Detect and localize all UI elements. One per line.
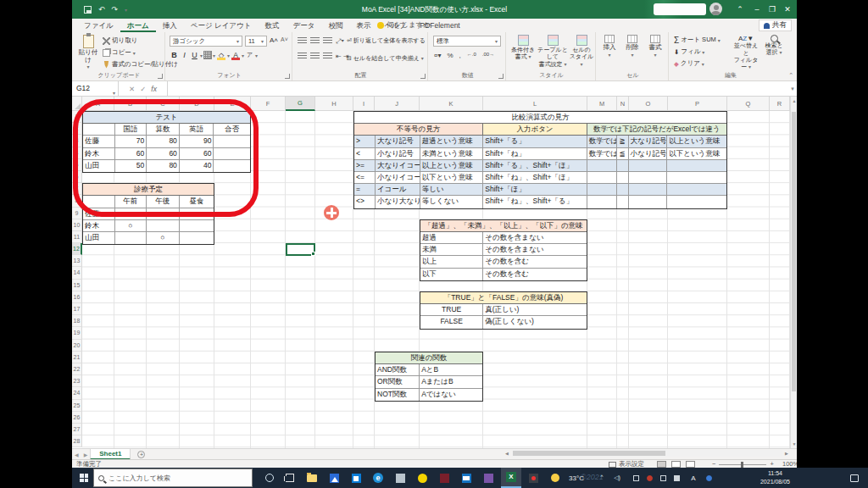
display-settings-button[interactable]: 表示設定 (609, 460, 644, 468)
minimize-button[interactable]: – (750, 0, 764, 19)
cell-chushoku[interactable] (180, 220, 214, 232)
cell-meaning[interactable]: 未満という意味 (420, 148, 484, 160)
cell-styles-button[interactable]: セルのスタイル ▾ (568, 35, 595, 68)
new-sheet-icon[interactable]: + (137, 451, 145, 458)
row-header[interactable]: 27 (72, 424, 82, 435)
row-header[interactable]: 22 (72, 363, 82, 375)
insert-cells-button[interactable]: 挿入▾ (598, 35, 620, 58)
borders-button[interactable] (203, 51, 212, 59)
row-header[interactable]: 26 (72, 412, 82, 424)
font-color-button[interactable]: A (231, 52, 241, 59)
horizontal-scroll-thumb[interactable] (513, 451, 665, 456)
cell-meaning[interactable]: 以下という意味 (420, 172, 484, 184)
cell-symbol[interactable]: <= (354, 172, 376, 184)
cell-symbol[interactable]: > (354, 136, 376, 147)
cell-math-symbol[interactable] (617, 196, 629, 208)
cell-gogo[interactable] (147, 220, 180, 232)
row-header[interactable]: 11 (72, 231, 82, 243)
cell-math-name[interactable] (629, 184, 668, 196)
edge-button[interactable]: e (369, 468, 387, 488)
weather-button[interactable] (549, 468, 561, 488)
zoom-slider[interactable] (719, 464, 766, 465)
shrink-font-button[interactable]: A˅ (281, 36, 288, 42)
horizontal-scrollbar[interactable] (513, 450, 782, 457)
tray-icon-3[interactable] (657, 468, 669, 488)
ribbon-tab[interactable]: 表示 (349, 19, 377, 32)
cell-symbol[interactable]: <> (354, 196, 376, 208)
cell-keys[interactable]: Shift+「ね」 (483, 148, 587, 160)
tray-icon-1[interactable] (630, 468, 642, 488)
number-dialog-launcher[interactable] (498, 74, 504, 79)
volume-icon[interactable]: ◁) (611, 468, 623, 488)
cell-symbol-name[interactable]: 大なりイコール (376, 160, 420, 172)
cell-math-name[interactable] (629, 172, 668, 184)
ribbon-display-options-icon[interactable]: ⌃ (733, 0, 747, 19)
row-header[interactable]: 13 (72, 255, 82, 267)
close-button[interactable]: ✕ (781, 0, 794, 19)
insert-function-icon[interactable]: fx (151, 85, 157, 93)
cell-boolean[interactable]: FALSE (420, 316, 483, 328)
recorder-button[interactable] (524, 468, 542, 488)
bold-button[interactable]: B (170, 51, 179, 59)
ribbon-tab[interactable]: ページ レイアウト (184, 19, 259, 32)
cell-definition[interactable]: その数を含む (483, 256, 587, 268)
column-header[interactable]: J (375, 97, 420, 111)
group-header-math[interactable]: 数学では下記の記号だがExcelでは違う (587, 124, 726, 136)
cell-math[interactable] (587, 196, 617, 208)
tray-icon-2[interactable] (643, 468, 655, 488)
zoom-out-icon[interactable]: − (712, 460, 715, 468)
cell-math[interactable] (587, 184, 617, 196)
column-header[interactable]: P (668, 97, 727, 111)
restore-button[interactable]: ❐ (765, 0, 779, 19)
sheet-nav-right-icon[interactable]: ▶ (81, 452, 91, 458)
row-header[interactable]: 23 (72, 375, 82, 387)
cell-function[interactable]: AND関数 (376, 364, 420, 376)
zoom-in-icon[interactable]: + (770, 460, 773, 468)
row-header[interactable]: 10 (72, 219, 82, 231)
column-header[interactable]: I (353, 97, 375, 111)
collapse-ribbon-icon[interactable]: ⌃ (788, 72, 793, 79)
ribbon-tab[interactable]: データ (286, 19, 321, 32)
cell-gogo[interactable]: ○ (147, 232, 180, 244)
meaning-table-title[interactable]: 「超過」、「未満」、「以上」、「以下」の意味 (420, 220, 587, 232)
cell-symbol[interactable]: < (354, 148, 376, 160)
cell-math-name[interactable]: 小なり記号 (629, 148, 668, 160)
cell-math-symbol[interactable] (617, 184, 629, 196)
tray-icon-5[interactable] (703, 468, 715, 488)
zoom-level[interactable]: 100% (782, 460, 797, 468)
cell-name[interactable]: 鈴木 (83, 220, 115, 232)
enter-icon[interactable]: ✓ (140, 85, 146, 93)
row-header[interactable]: 9 (72, 208, 82, 219)
format-cells-button[interactable]: 書式▾ (644, 35, 666, 58)
cell-name[interactable]: 山田 (83, 232, 115, 244)
cell-boolean[interactable]: TRUE (420, 304, 483, 316)
row-header[interactable]: 20 (72, 340, 82, 352)
column-header[interactable]: Q (727, 97, 770, 111)
sheet-tab-sheet1[interactable]: Sheet1 (90, 449, 131, 460)
underline-button[interactable]: U (190, 51, 199, 59)
cell-function[interactable]: OR関数 (376, 376, 420, 388)
name-box[interactable]: G12▾ (72, 81, 119, 96)
cell-math-name[interactable]: 大なり記号 (629, 136, 668, 147)
tell-me-box[interactable]: 何をしますか (377, 19, 431, 32)
share-button[interactable]: 共有 (759, 19, 792, 31)
percent-button[interactable]: % (447, 52, 453, 59)
app-button-yellow[interactable] (413, 468, 431, 488)
merge-center-button[interactable]: ⊟ セルを結合して中央揃え ▾ (347, 54, 424, 63)
cell-math-meaning[interactable]: 以下という意味 (667, 148, 726, 160)
cell-keys[interactable]: Shift+「る」、Shift+「ほ」 (483, 160, 587, 172)
cell-symbol-name[interactable]: イコール (376, 184, 420, 196)
task-view-button[interactable] (281, 468, 299, 488)
currency-button[interactable]: ¤▾ (434, 52, 441, 59)
decrease-decimal-button[interactable]: .00→ (482, 52, 494, 59)
column-header[interactable]: L (483, 97, 587, 111)
align-top-icon[interactable] (298, 37, 307, 45)
conditional-formatting-button[interactable]: 条件付き書式 ▾ (509, 35, 537, 61)
delete-cells-button[interactable]: 削除▾ (621, 35, 643, 58)
cell-symbol-name[interactable]: 小なり記号 (376, 148, 420, 160)
cell-meaning[interactable]: 以上という意味 (420, 160, 484, 172)
column-header[interactable]: M (587, 97, 617, 111)
cell-gozen[interactable] (115, 232, 147, 244)
comma-button[interactable]: , (459, 52, 461, 59)
taskbar-clock[interactable]: 11:54 2021/08/05 (760, 469, 790, 486)
